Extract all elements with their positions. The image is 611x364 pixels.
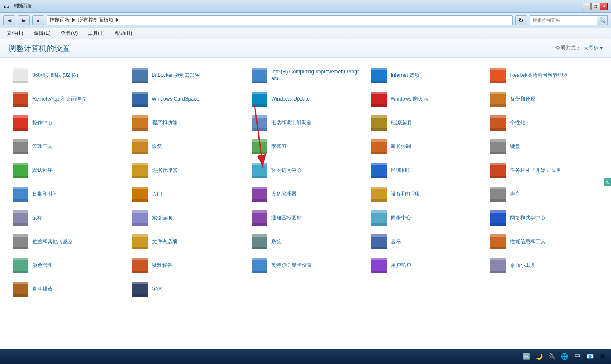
cp-item-17[interactable]: 家庭组 — [247, 136, 364, 158]
cp-item-31[interactable]: 索引选项 — [128, 207, 244, 229]
cp-item-43[interactable]: 用户帐户 — [367, 255, 483, 277]
cp-item-32[interactable]: 通知区域图标 — [247, 207, 364, 229]
cp-item-45[interactable]: 自动播放 — [8, 278, 125, 300]
cp-item-10[interactable]: 操作中心 — [8, 112, 125, 134]
cp-icon-27 — [251, 186, 268, 203]
cp-item-7[interactable]: Windows Update — [247, 88, 364, 110]
cp-item-2[interactable]: Intel(R) Computing Improvement Program — [247, 64, 364, 87]
cp-item-1[interactable]: BitLocker 驱动器加密 — [128, 64, 244, 87]
cp-item-34[interactable]: 网络和共享中心 — [486, 207, 603, 229]
cp-item-38[interactable]: 显示 — [367, 231, 483, 253]
title-bar-left: 🗂 控制面板 — [3, 3, 32, 10]
cp-item-19[interactable]: 键盘 — [486, 136, 603, 158]
cp-item-33[interactable]: 同步中心 — [367, 207, 483, 229]
cp-item-27[interactable]: 设备管理器 — [247, 183, 364, 205]
cp-item-26[interactable]: 入门 — [128, 183, 244, 205]
cp-item-30[interactable]: 鼠标 — [8, 207, 125, 229]
cp-label-33: 同步中心 — [391, 215, 411, 221]
cp-icon-5 — [12, 91, 29, 108]
cp-item-42[interactable]: 英特尔® 显卡设置 — [247, 255, 364, 277]
cp-icon-18 — [370, 138, 387, 155]
cp-label-16: 恢复 — [152, 143, 162, 150]
cp-item-0[interactable]: 360强力卸载 (32 位) — [8, 64, 125, 87]
cp-label-26: 入门 — [152, 191, 162, 198]
taskbar-icon-settings[interactable]: ⚙ — [597, 351, 608, 361]
cp-item-24[interactable]: 任务栏和「开始」菜单 — [486, 160, 603, 182]
taskbar-icon-mail[interactable]: 📧 — [585, 351, 595, 361]
cp-icon-36 — [132, 233, 149, 250]
refresh-button[interactable]: ↻ — [515, 15, 527, 25]
cp-item-4[interactable]: Realtek高清晰音频管理器 — [486, 64, 603, 87]
cp-item-18[interactable]: 家长控制 — [367, 136, 483, 158]
maximize-button[interactable]: □ — [591, 3, 599, 10]
taskbar-icon-moon[interactable]: 🌙 — [534, 351, 544, 361]
cp-item-46[interactable]: 字体 — [128, 278, 244, 300]
up-button[interactable]: ▲ — [32, 15, 44, 25]
cp-icon-0 — [12, 67, 29, 84]
cp-item-23[interactable]: 区域和语言 — [367, 160, 483, 182]
cp-item-29[interactable]: 声音 — [486, 183, 603, 205]
close-button[interactable]: ✕ — [600, 3, 608, 10]
cp-item-37[interactable]: 系统 — [247, 231, 364, 253]
cp-label-29: 声音 — [510, 191, 520, 198]
cp-item-3[interactable]: Internet 选项 — [367, 64, 483, 87]
cp-item-41[interactable]: 疑难解答 — [128, 255, 244, 277]
cp-label-35: 位置和其他传感器 — [32, 238, 73, 245]
title-bar: 🗂 控制面板 ─ □ ✕ — [0, 0, 611, 13]
cp-label-19: 键盘 — [510, 143, 520, 150]
cp-item-25[interactable]: 日期和时间 — [8, 183, 125, 205]
taskbar-icon-globe[interactable]: 🌐 — [559, 351, 569, 361]
cp-label-36: 文件夹选项 — [152, 238, 177, 245]
cp-item-21[interactable]: 凭据管理器 — [128, 160, 244, 182]
cp-icon-13 — [370, 115, 387, 132]
cp-item-8[interactable]: Windows 防火墙 — [367, 88, 483, 110]
taskbar-icon-zh[interactable]: 中 — [572, 351, 582, 361]
cp-icon-2 — [251, 67, 268, 84]
menu-view[interactable]: 查看(V) — [59, 29, 79, 38]
cp-item-14[interactable]: 个性化 — [486, 112, 603, 134]
cp-label-31: 索引选项 — [152, 215, 172, 221]
cp-label-25: 日期和时间 — [32, 191, 58, 198]
cp-label-12: 电话和调制解调器 — [271, 120, 312, 126]
cp-item-36[interactable]: 文件夹选项 — [128, 231, 244, 253]
search-input[interactable] — [530, 15, 597, 25]
cp-icon-9 — [490, 91, 507, 108]
cp-icon-41 — [132, 257, 149, 274]
cp-icon-30 — [12, 210, 29, 227]
menu-tools[interactable]: 工具(T) — [86, 29, 106, 38]
cp-item-11[interactable]: 程序和功能 — [128, 112, 244, 134]
cp-item-9[interactable]: 备份和还原 — [486, 88, 603, 110]
forward-button[interactable]: ▶ — [18, 15, 30, 25]
minimize-button[interactable]: ─ — [583, 3, 591, 10]
search-button[interactable]: 🔍 — [597, 15, 608, 25]
cp-item-22[interactable]: 轻松访问中心 — [247, 160, 364, 182]
cp-label-22: 轻松访问中心 — [271, 167, 302, 174]
menu-edit[interactable]: 编辑(E) — [32, 29, 52, 38]
cp-item-39[interactable]: 性能信息和工具 — [486, 231, 603, 253]
cp-item-6[interactable]: Windows CardSpace — [128, 88, 244, 110]
cp-icon-34 — [490, 210, 507, 227]
taskbar-icon-network[interactable]: 🔌 — [547, 351, 557, 361]
cp-label-34: 网络和共享中心 — [510, 215, 546, 221]
cp-item-28[interactable]: 设备和打印机 — [367, 183, 483, 205]
cp-item-16[interactable]: 恢复 — [128, 136, 244, 158]
window-title: 控制面板 — [12, 3, 32, 10]
side-badge: 54 — [604, 178, 611, 186]
cp-icon-10 — [12, 115, 29, 132]
cp-item-20[interactable]: 默认程序 — [8, 160, 125, 182]
cp-item-12[interactable]: 电话和调制解调器 — [247, 112, 364, 134]
cp-item-40[interactable]: 颜色管理 — [8, 255, 125, 277]
back-button[interactable]: ◀ — [3, 15, 15, 25]
view-mode-button[interactable]: 大图标 ▾ — [583, 45, 603, 52]
cp-item-44[interactable]: 桌面小工具 — [486, 255, 603, 277]
cp-icon-39 — [490, 233, 507, 250]
cp-icon-38 — [370, 233, 387, 250]
cp-item-13[interactable]: 电源选项 — [367, 112, 483, 134]
menu-file[interactable]: 文件(F) — [5, 29, 25, 38]
cp-item-15[interactable]: 管理工具 — [8, 136, 125, 158]
taskbar-icon-ime[interactable]: 🔤 — [521, 351, 531, 361]
menu-help[interactable]: 帮助(H) — [113, 29, 134, 38]
cp-item-5[interactable]: RemoteApp 和桌面连接 — [8, 88, 125, 110]
cp-item-35[interactable]: 位置和其他传感器 — [8, 231, 125, 253]
address-input[interactable] — [47, 15, 513, 25]
